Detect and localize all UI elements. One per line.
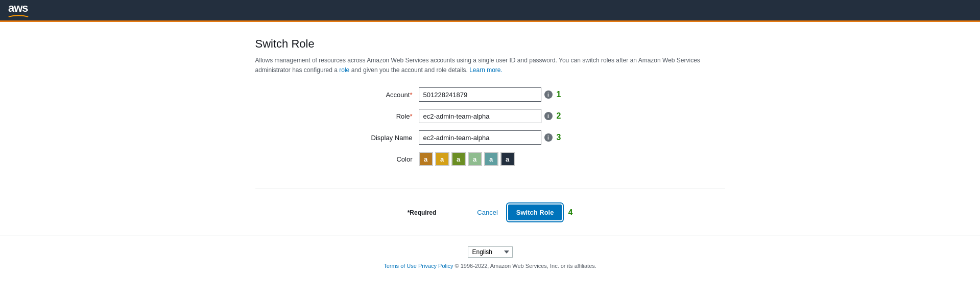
account-label: Account*: [337, 91, 419, 99]
color-swatch-2[interactable]: a: [451, 152, 466, 166]
footer-links: Terms of Use Privacy Policy © 1996-2022,…: [384, 263, 596, 269]
color-swatch-5[interactable]: a: [500, 152, 515, 166]
color-row: Color aaaaaa: [337, 152, 643, 166]
aws-logo: aws: [8, 3, 29, 18]
role-link[interactable]: role: [339, 66, 349, 74]
role-info-icon[interactable]: i: [544, 112, 553, 120]
role-label: Role*: [337, 112, 419, 120]
account-info-icon[interactable]: i: [544, 90, 553, 99]
terms-link[interactable]: Terms of Use: [384, 263, 417, 269]
display-name-input[interactable]: [419, 130, 541, 145]
role-row: Role* i 2: [337, 109, 643, 123]
language-selector-wrapper: EnglishDeutschEspañolFrançais日本語한국어Portu…: [468, 246, 513, 258]
display-name-step: 3: [557, 133, 561, 142]
color-label: Color: [337, 155, 419, 163]
color-swatch-4[interactable]: a: [484, 152, 498, 166]
display-name-info-icon[interactable]: i: [544, 133, 553, 142]
color-swatch-3[interactable]: a: [468, 152, 482, 166]
form-divider: [255, 189, 725, 189]
switch-role-form: Account* i 1 Role* i 2 Display Name i 3: [255, 87, 725, 184]
learn-more-link[interactable]: Learn more.: [469, 66, 503, 74]
switch-role-button[interactable]: Switch Role: [508, 204, 562, 220]
footer: EnglishDeutschEspañolFrançais日本語한국어Portu…: [0, 236, 980, 277]
account-row: Account* i 1: [337, 87, 643, 102]
page-title: Switch Role: [255, 37, 725, 51]
copyright-text: © 1996-2022, Amazon Web Services, Inc. o…: [455, 263, 596, 269]
cancel-button[interactable]: Cancel: [473, 207, 501, 218]
account-input[interactable]: [419, 87, 541, 102]
action-step: 4: [568, 208, 572, 217]
required-note: *Required: [408, 209, 437, 216]
color-swatch-1[interactable]: a: [435, 152, 449, 166]
aws-logo-swoosh: [8, 14, 29, 18]
color-swatch-0[interactable]: a: [419, 152, 433, 166]
color-swatches: aaaaaa: [419, 152, 515, 166]
display-name-row: Display Name i 3: [337, 130, 643, 145]
action-bar: *Required Cancel Switch Role 4: [255, 199, 725, 236]
main-content: Switch Role Allows management of resourc…: [245, 22, 735, 236]
role-step: 2: [557, 111, 561, 121]
account-step: 1: [557, 90, 561, 99]
description: Allows management of resources across Am…: [255, 56, 725, 75]
aws-logo-text: aws: [8, 3, 28, 14]
privacy-link[interactable]: Privacy Policy: [418, 263, 453, 269]
language-select[interactable]: EnglishDeutschEspañolFrançais日本語한국어Portu…: [468, 246, 513, 258]
display-name-label: Display Name: [337, 134, 419, 142]
header: aws: [0, 0, 980, 20]
role-input[interactable]: [419, 109, 541, 123]
